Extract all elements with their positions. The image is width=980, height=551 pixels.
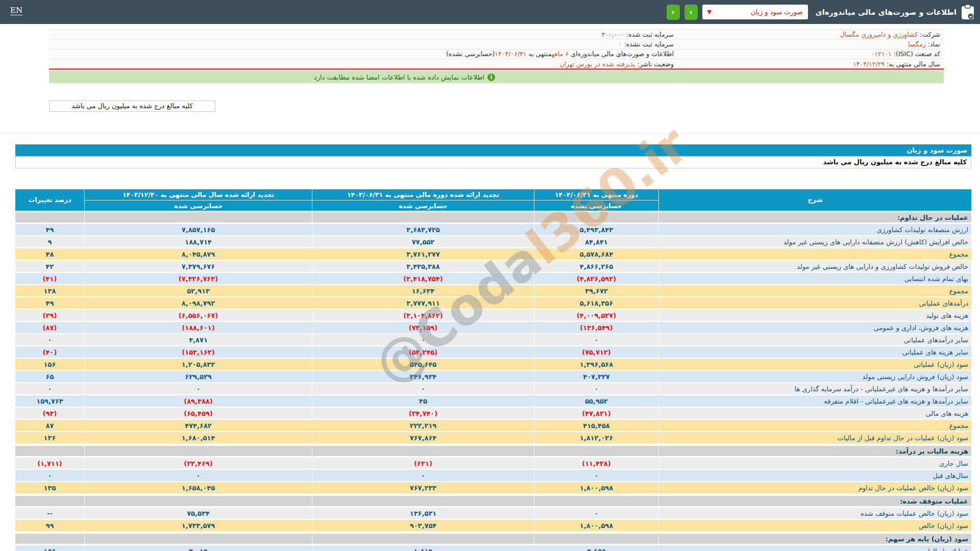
section-divider xyxy=(0,134,980,134)
info-row: نماد: زمگساسرمایه ثبت نشده: ۰ xyxy=(49,39,944,49)
info-value: ۱۴۰۴/۱۲/۲۹ xyxy=(853,60,885,68)
value-current: (۷۵,۷۱۲) xyxy=(534,346,658,358)
row-label: هزینه های تولید xyxy=(658,310,971,321)
value-year: ۸,۰۹۸,۷۹۲ xyxy=(84,297,312,309)
value-prior: (۷۳,۱۵۹) xyxy=(312,322,534,333)
value-current: ۴,۸۶۶,۲۶۵ xyxy=(534,261,658,272)
value-year: (۱۵۳,۱۶۳) xyxy=(84,346,312,358)
info-label: سرمایه ثبت نشده: xyxy=(624,40,674,48)
chevron-down-icon: ▼ xyxy=(707,9,712,15)
table-row: سایر درآمدها و هزینه های غیرعملیاتی - اق… xyxy=(15,395,971,408)
row-label: درآمدهای عملیاتی xyxy=(658,297,971,309)
row-label: سال‌های قبل xyxy=(658,470,971,481)
info-value: منتهی به xyxy=(527,50,552,58)
value-percent: (۴۱) xyxy=(15,273,84,284)
table-row: سایر درآمدهای عملیاتی۰۰۴,۸۷۱۰ xyxy=(15,334,971,346)
value-prior: ۲۲۲,۲۱۹ xyxy=(312,420,534,431)
table-row: سال جاری(۱۱,۴۲۸)(۶۳۱)(۲۲,۴۶۹)(۱,۷۱۱) xyxy=(15,458,971,470)
statement-select[interactable]: صورت سود و زیان ▼ xyxy=(702,5,808,19)
header-audit-year: حسابرسی شده xyxy=(84,200,312,211)
row-label: سایر درآمدها و هزینه های غیرعملیاتی - اق… xyxy=(658,395,971,407)
table-row: ارزش منصفانه تولیدات کشاورزی۵,۴۹۳,۸۴۳۳,۶… xyxy=(15,224,971,236)
value-year: ۷۵,۵۳۴ xyxy=(84,508,312,519)
value-year: ۴,۸۷۱ xyxy=(84,334,312,345)
value-percent: ۴۸ xyxy=(15,248,84,260)
value-percent: ۰ xyxy=(15,470,84,481)
value-percent: ۱۳۶ xyxy=(15,432,84,443)
value-current: ۵۵,۹۵۲ xyxy=(534,395,658,407)
value-year: ۸,۰۴۵,۸۷۹ xyxy=(84,248,312,260)
value-current: ۰ xyxy=(534,508,658,519)
value-prior: ۱۳۶,۵۲۱ xyxy=(312,508,534,519)
info-value: ۰ xyxy=(619,40,622,48)
info-value: ۶ ماهه xyxy=(552,50,569,58)
value-year: ۷,۸۵۷,۱۶۵ xyxy=(84,224,312,235)
table-row: خالص فروش تولیدات کشاورزی و دارایی های ز… xyxy=(15,261,971,273)
value-prior: ۰ xyxy=(312,470,534,481)
value-percent: ۴۹ xyxy=(15,297,84,309)
table-amounts-note: کلیه مبالغ درج شده به میلیون ریال می باش… xyxy=(15,156,971,168)
value-current: (۴,۸۲۶,۵۹۳) xyxy=(534,273,658,284)
row-label: بهای تمام شده انتسابی xyxy=(658,273,971,284)
row-label: سود (زیان) پایه هر سهم: xyxy=(658,534,971,544)
value-current: ۵,۵۷۸,۶۸۴ xyxy=(534,248,658,260)
value-prior: ۷۷,۵۵۲ xyxy=(312,236,534,247)
table-row: سال‌های قبل۰۰۰۰ xyxy=(15,470,971,482)
value-current: ۱,۸۱۲,۰۲۶ xyxy=(534,432,658,443)
value-prior: (۳,۱۰۴,۸۶۲) xyxy=(312,310,534,321)
value-percent: ۹ xyxy=(15,236,84,247)
value-prior: ۷۶۷,۸۶۴ xyxy=(312,432,534,443)
header-period-prior: تجدید ارائه شده دوره مالی منتهی به ۱۴۰۳/… xyxy=(312,189,534,200)
language-switch-en[interactable]: EN xyxy=(10,6,22,15)
value-current: ۴۱۵,۴۵۸ xyxy=(534,420,658,431)
value-current: ۸۴,۸۴۱ xyxy=(534,236,658,247)
value-current: ۴,۶۵۵ xyxy=(534,545,658,551)
value-current: ۵,۶۱۸,۳۵۶ xyxy=(534,297,658,309)
previous-statement-button[interactable]: ‹ xyxy=(667,5,680,20)
value-year: ۷,۳۷۹,۶۷۶ xyxy=(84,261,312,272)
info-value: (حسابرسی نشده) xyxy=(446,50,495,58)
value-prior: (۲۴,۷۴۰) xyxy=(312,408,534,419)
table-row: سایر درآمدها و هزینه های غیرعملیاتی - در… xyxy=(15,383,971,395)
value-current: ۱,۸۰۰,۵۹۸ xyxy=(534,482,658,493)
info-label: شرکت: xyxy=(920,31,940,38)
value-current: ۰ xyxy=(534,383,658,394)
amounts-note-box: کلیه مبالغ درج شده به میلیون ریال می باش… xyxy=(49,101,215,112)
value-year: ۴۷۴,۶۸۲ xyxy=(84,420,312,431)
section-row: عملیات در حال تداوم: xyxy=(15,211,971,224)
value-current: ۱,۸۰۰,۵۹۸ xyxy=(534,520,658,531)
row-label: عملیاتی (ریال) xyxy=(658,545,971,551)
row-label: عملیات متوقف شده: xyxy=(658,496,971,506)
value-percent: (۸۷) xyxy=(15,322,84,333)
header-period-year: تجدید ارائه شده سال مالی منتهی به ۱۴۰۳/۱… xyxy=(84,189,312,200)
value-year: ۱۸۸,۷۱۴ xyxy=(84,236,312,247)
row-label: سود (زیان) خالص عملیات در حال تداوم xyxy=(658,482,971,493)
value-current: ۴۰۷,۳۲۷ xyxy=(534,371,658,382)
info-value: اطلاعات و صورت‌های مالی میاندوره‌ای xyxy=(569,50,674,58)
header-percent-change: درصد تغییرات xyxy=(15,189,84,211)
row-label: سود (زیان) فروش دارایی زیستی مولد xyxy=(658,371,971,382)
next-statement-button[interactable]: › xyxy=(684,5,698,20)
value-prior: ۳,۶۸۳,۷۲۵ xyxy=(312,224,534,235)
info-label: نماد: xyxy=(928,40,940,48)
table-row: سایر هزینه های عملیاتی(۷۵,۷۱۲)(۵۴,۲۴۵)(۱… xyxy=(15,346,971,359)
value-percent: ۱۳۸ xyxy=(15,285,84,296)
row-label: مجموع xyxy=(658,248,971,260)
table-row: هزینه های مالی(۴۷,۸۲۱)(۲۴,۷۴۰)(۶۵,۴۵۹)(۹… xyxy=(15,408,971,420)
info-row: سال مالی منتهی به: ۱۴۰۴/۱۲/۲۹وضعیت ناشر:… xyxy=(49,59,944,69)
value-prior: ۳,۷۷۷,۹۱۱ xyxy=(312,297,534,309)
value-current: ۵,۴۹۳,۸۴۳ xyxy=(534,224,658,235)
table-row: سود (زیان) خالص۱,۸۰۰,۵۹۸۹۰۳,۷۵۴۱,۷۳۳,۵۷۹… xyxy=(15,520,971,532)
value-percent: (۴۰) xyxy=(15,346,84,358)
value-year: ۶۲۹,۵۲۹ xyxy=(84,371,312,382)
info-value: ۰۱۲۱۰۱ xyxy=(871,50,892,58)
value-prior: ۳,۷۶۱,۲۷۷ xyxy=(312,248,534,260)
value-current: ۱,۳۹۶,۵۶۸ xyxy=(534,359,658,370)
value-current: ۳۹,۶۷۲ xyxy=(534,285,658,296)
table-row: مجموع۴۱۵,۴۵۸۲۲۲,۲۱۹۴۷۴,۶۸۲۸۷ xyxy=(15,420,971,432)
info-label: کد صنعت (ISIC): xyxy=(894,50,940,58)
row-label: ارزش منصفانه تولیدات کشاورزی xyxy=(658,224,971,235)
row-label: هزینه های مالی xyxy=(658,408,971,419)
row-label: عملیات در حال تداوم: xyxy=(658,212,971,222)
value-current: (۱۱,۴۲۸) xyxy=(534,458,658,469)
